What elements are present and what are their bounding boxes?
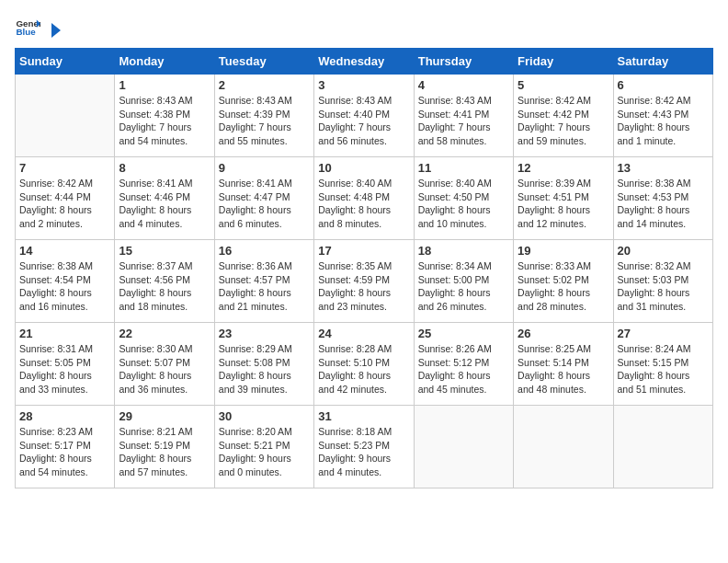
day-info: Sunrise: 8:25 AM Sunset: 5:14 PM Dayligh…: [518, 342, 609, 396]
day-number: 17: [318, 244, 409, 258]
calendar-cell: 11Sunrise: 8:40 AM Sunset: 4:50 PM Dayli…: [414, 157, 513, 240]
day-info: Sunrise: 8:28 AM Sunset: 5:10 PM Dayligh…: [318, 342, 409, 396]
calendar-cell: [514, 406, 613, 488]
day-number: 1: [119, 78, 210, 92]
calendar-header-row: SundayMondayTuesdayWednesdayThursdayFrid…: [16, 49, 713, 75]
calendar-cell: 31Sunrise: 8:18 AM Sunset: 5:23 PM Dayli…: [314, 406, 414, 488]
day-number: 12: [518, 161, 609, 175]
day-info: Sunrise: 8:18 AM Sunset: 5:23 PM Dayligh…: [318, 425, 409, 479]
day-info: Sunrise: 8:35 AM Sunset: 4:59 PM Dayligh…: [318, 259, 409, 314]
calendar-cell: [414, 406, 513, 488]
calendar-week-row: 28Sunrise: 8:23 AM Sunset: 5:17 PM Dayli…: [16, 406, 713, 488]
day-info: Sunrise: 8:43 AM Sunset: 4:40 PM Dayligh…: [318, 94, 409, 148]
calendar-week-row: 21Sunrise: 8:31 AM Sunset: 5:05 PM Dayli…: [16, 323, 713, 406]
calendar-cell: 7Sunrise: 8:42 AM Sunset: 4:44 PM Daylig…: [16, 157, 115, 240]
day-info: Sunrise: 8:37 AM Sunset: 4:56 PM Dayligh…: [119, 259, 210, 314]
calendar-cell: [16, 75, 115, 157]
day-number: 26: [518, 327, 609, 340]
day-number: 7: [19, 161, 110, 175]
logo-arrow-icon: [42, 20, 63, 40]
day-number: 20: [618, 244, 709, 258]
day-info: Sunrise: 8:42 AM Sunset: 4:44 PM Dayligh…: [19, 177, 110, 231]
calendar-cell: 22Sunrise: 8:30 AM Sunset: 5:07 PM Dayli…: [115, 323, 214, 406]
calendar-cell: 2Sunrise: 8:43 AM Sunset: 4:39 PM Daylig…: [214, 75, 313, 157]
day-info: Sunrise: 8:39 AM Sunset: 4:51 PM Dayligh…: [518, 177, 609, 231]
calendar-cell: 8Sunrise: 8:41 AM Sunset: 4:46 PM Daylig…: [115, 157, 214, 240]
day-number: 11: [418, 161, 509, 175]
day-info: Sunrise: 8:21 AM Sunset: 5:19 PM Dayligh…: [119, 425, 210, 479]
column-header-saturday: Saturday: [613, 49, 712, 75]
calendar-week-row: 7Sunrise: 8:42 AM Sunset: 4:44 PM Daylig…: [16, 157, 713, 240]
day-info: Sunrise: 8:42 AM Sunset: 4:43 PM Dayligh…: [618, 94, 709, 148]
calendar-cell: [613, 406, 712, 488]
day-number: 25: [418, 327, 509, 340]
day-number: 14: [19, 244, 110, 258]
day-number: 29: [119, 409, 210, 423]
day-number: 24: [318, 327, 409, 340]
calendar-cell: 15Sunrise: 8:37 AM Sunset: 4:56 PM Dayli…: [115, 240, 214, 323]
calendar-cell: 27Sunrise: 8:24 AM Sunset: 5:15 PM Dayli…: [613, 323, 712, 406]
day-info: Sunrise: 8:20 AM Sunset: 5:21 PM Dayligh…: [219, 425, 310, 479]
day-info: Sunrise: 8:38 AM Sunset: 4:53 PM Dayligh…: [618, 177, 709, 231]
calendar-cell: 14Sunrise: 8:38 AM Sunset: 4:54 PM Dayli…: [16, 240, 115, 323]
day-number: 6: [618, 78, 709, 92]
calendar-cell: 6Sunrise: 8:42 AM Sunset: 4:43 PM Daylig…: [613, 75, 712, 157]
calendar-cell: 26Sunrise: 8:25 AM Sunset: 5:14 PM Dayli…: [514, 323, 613, 406]
day-number: 4: [418, 78, 509, 92]
calendar-week-row: 1Sunrise: 8:43 AM Sunset: 4:38 PM Daylig…: [16, 75, 713, 157]
calendar-cell: 1Sunrise: 8:43 AM Sunset: 4:38 PM Daylig…: [115, 75, 214, 157]
day-number: 31: [318, 409, 409, 423]
calendar-cell: 18Sunrise: 8:34 AM Sunset: 5:00 PM Dayli…: [414, 240, 513, 323]
calendar-cell: 29Sunrise: 8:21 AM Sunset: 5:19 PM Dayli…: [115, 406, 214, 488]
svg-text:Blue: Blue: [16, 27, 36, 37]
calendar-week-row: 14Sunrise: 8:38 AM Sunset: 4:54 PM Dayli…: [16, 240, 713, 323]
day-info: Sunrise: 8:31 AM Sunset: 5:05 PM Dayligh…: [19, 342, 110, 396]
column-header-sunday: Sunday: [16, 49, 115, 75]
column-header-thursday: Thursday: [414, 49, 513, 75]
day-info: Sunrise: 8:41 AM Sunset: 4:46 PM Dayligh…: [119, 177, 210, 231]
svg-marker-3: [51, 23, 61, 38]
day-number: 9: [219, 161, 310, 175]
day-info: Sunrise: 8:29 AM Sunset: 5:08 PM Dayligh…: [219, 342, 310, 396]
day-number: 19: [518, 244, 609, 258]
column-header-wednesday: Wednesday: [314, 49, 414, 75]
calendar-cell: 9Sunrise: 8:41 AM Sunset: 4:47 PM Daylig…: [214, 157, 313, 240]
calendar-cell: 13Sunrise: 8:38 AM Sunset: 4:53 PM Dayli…: [613, 157, 712, 240]
day-number: 22: [119, 327, 210, 340]
day-number: 27: [618, 327, 709, 340]
day-info: Sunrise: 8:38 AM Sunset: 4:54 PM Dayligh…: [19, 259, 110, 314]
day-number: 23: [219, 327, 310, 340]
logo: General Blue: [15, 15, 63, 40]
day-number: 5: [518, 78, 609, 92]
day-info: Sunrise: 8:36 AM Sunset: 4:57 PM Dayligh…: [219, 259, 310, 314]
calendar-cell: 23Sunrise: 8:29 AM Sunset: 5:08 PM Dayli…: [214, 323, 313, 406]
calendar: SundayMondayTuesdayWednesdayThursdayFrid…: [15, 48, 713, 488]
calendar-cell: 4Sunrise: 8:43 AM Sunset: 4:41 PM Daylig…: [414, 75, 513, 157]
day-info: Sunrise: 8:43 AM Sunset: 4:38 PM Dayligh…: [119, 94, 210, 148]
column-header-friday: Friday: [514, 49, 613, 75]
day-number: 13: [618, 161, 709, 175]
day-info: Sunrise: 8:40 AM Sunset: 4:50 PM Dayligh…: [418, 177, 509, 231]
day-info: Sunrise: 8:32 AM Sunset: 5:03 PM Dayligh…: [618, 259, 709, 314]
day-number: 16: [219, 244, 310, 258]
calendar-cell: 12Sunrise: 8:39 AM Sunset: 4:51 PM Dayli…: [514, 157, 613, 240]
column-header-tuesday: Tuesday: [214, 49, 313, 75]
logo-icon: General Blue: [15, 15, 40, 40]
day-info: Sunrise: 8:26 AM Sunset: 5:12 PM Dayligh…: [418, 342, 509, 396]
calendar-cell: 25Sunrise: 8:26 AM Sunset: 5:12 PM Dayli…: [414, 323, 513, 406]
column-header-monday: Monday: [115, 49, 214, 75]
calendar-cell: 30Sunrise: 8:20 AM Sunset: 5:21 PM Dayli…: [214, 406, 313, 488]
day-number: 21: [19, 327, 110, 340]
calendar-cell: 3Sunrise: 8:43 AM Sunset: 4:40 PM Daylig…: [314, 75, 414, 157]
day-info: Sunrise: 8:24 AM Sunset: 5:15 PM Dayligh…: [618, 342, 709, 396]
day-number: 10: [318, 161, 409, 175]
calendar-cell: 21Sunrise: 8:31 AM Sunset: 5:05 PM Dayli…: [16, 323, 115, 406]
day-number: 18: [418, 244, 509, 258]
day-info: Sunrise: 8:43 AM Sunset: 4:39 PM Dayligh…: [219, 94, 310, 148]
calendar-cell: 16Sunrise: 8:36 AM Sunset: 4:57 PM Dayli…: [214, 240, 313, 323]
header: General Blue: [15, 15, 713, 40]
day-info: Sunrise: 8:42 AM Sunset: 4:42 PM Dayligh…: [518, 94, 609, 148]
day-info: Sunrise: 8:34 AM Sunset: 5:00 PM Dayligh…: [418, 259, 509, 314]
day-number: 30: [219, 409, 310, 423]
day-info: Sunrise: 8:23 AM Sunset: 5:17 PM Dayligh…: [19, 425, 110, 479]
